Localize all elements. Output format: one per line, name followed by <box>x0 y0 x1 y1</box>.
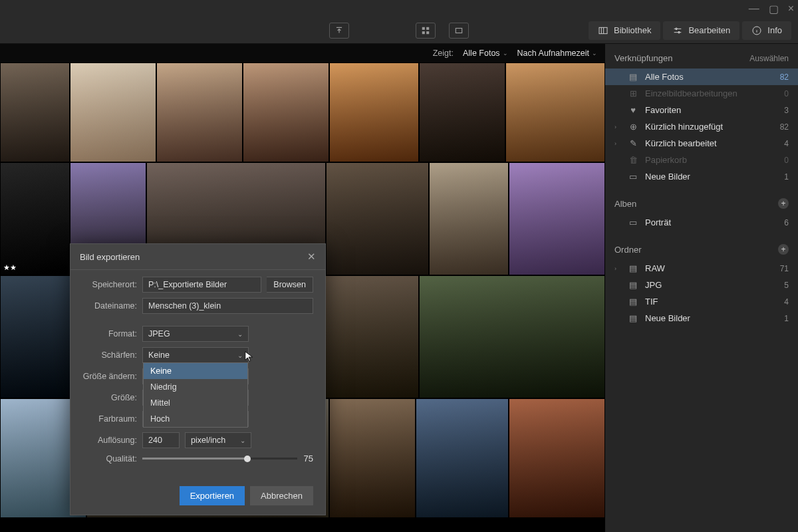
sidebar-item[interactable]: ▤Alle Fotos82 <box>605 68 798 85</box>
svg-rect-2 <box>422 31 425 34</box>
item-count: 1 <box>784 314 789 323</box>
thumbnail[interactable] <box>509 398 605 518</box>
thumbnail[interactable] <box>509 162 605 275</box>
item-icon: ✎ <box>628 138 638 148</box>
location-input[interactable] <box>142 277 261 293</box>
sharpen-option[interactable]: Niedrig <box>144 379 247 395</box>
thumbnail[interactable] <box>326 162 429 275</box>
item-icon: ♥ <box>628 105 638 115</box>
sidebar-item[interactable]: ›▤RAW71 <box>605 260 798 277</box>
sort-dropdown[interactable]: Nach Aufnahmezeit⌄ <box>517 49 597 58</box>
item-label: TIF <box>645 297 777 307</box>
item-label: Favoriten <box>645 105 777 115</box>
format-select[interactable]: JPEG ⌄ <box>142 326 249 342</box>
folders-section-title: Ordner <box>614 245 641 255</box>
thumbnail[interactable] <box>416 398 509 518</box>
links-section-title: Verknüpfungen <box>614 53 672 63</box>
tab-library[interactable]: Bibliothek <box>589 21 660 40</box>
item-count: 82 <box>780 72 789 82</box>
svg-rect-5 <box>599 27 607 33</box>
thumbnail[interactable] <box>243 63 329 162</box>
maximize-button[interactable]: ▢ <box>769 3 779 15</box>
tab-info[interactable]: Info <box>742 21 791 40</box>
grid-view-icon[interactable] <box>416 23 436 39</box>
cancel-button[interactable]: Abbrechen <box>250 486 313 505</box>
chevron-down-icon: ⌄ <box>240 437 245 444</box>
shows-dropdown[interactable]: Alle Fotos⌄ <box>463 49 508 58</box>
links-select-action[interactable]: Auswählen <box>749 54 789 63</box>
tab-edit[interactable]: Bearbeiten <box>663 21 739 40</box>
sidebar-item[interactable]: ⊞Einzelbildbearbeitungen0 <box>605 85 798 102</box>
item-label: JPG <box>645 280 777 290</box>
chevron-down-icon: ⌄ <box>592 50 597 57</box>
add-album-button[interactable]: + <box>778 198 789 209</box>
sharpen-value: Keine <box>148 350 170 360</box>
sharpen-select[interactable]: Keine ⌄ Keine Niedrig Mittel Hoch <box>142 347 249 363</box>
tab-info-label: Info <box>767 25 782 35</box>
chevron-down-icon: ⌄ <box>237 352 243 359</box>
export-dialog: Bild exportieren ✕ Speicherort: Browsen … <box>70 243 326 515</box>
item-label: Einzelbildbearbeitungen <box>645 88 777 98</box>
item-label: Kürzlich hinzugefügt <box>645 122 773 132</box>
filename-input[interactable] <box>142 298 313 314</box>
right-sidebar: Verknüpfungen Auswählen ▤Alle Fotos82⊞Ei… <box>605 44 798 532</box>
size-label: Größe: <box>82 393 137 402</box>
library-icon <box>598 25 608 36</box>
item-icon: 🗑 <box>628 155 638 165</box>
item-count: 3 <box>784 106 789 115</box>
colorspace-label: Farbraum: <box>82 414 137 424</box>
sidebar-item[interactable]: ›✎Kürzlich bearbeitet4 <box>605 135 798 152</box>
main-toolbar: Bibliothek Bearbeiten Info <box>0 17 798 44</box>
sidebar-item[interactable]: 🗑Papierkorb0 <box>605 152 798 168</box>
item-icon: ▤ <box>628 72 638 82</box>
item-icon: ▤ <box>628 313 638 323</box>
thumbnail[interactable] <box>70 63 156 162</box>
expand-icon: › <box>614 140 621 147</box>
resolution-input[interactable] <box>142 432 180 448</box>
close-button[interactable]: × <box>788 3 794 15</box>
item-count: 4 <box>784 139 789 148</box>
thumbnail[interactable]: ★★ <box>0 162 70 275</box>
shows-label: Zeigt: <box>433 49 454 58</box>
filter-bar: Zeigt: Alle Fotos⌄ Nach Aufnahmezeit⌄ <box>0 44 605 63</box>
item-count: 82 <box>780 122 789 132</box>
dialog-close-button[interactable]: ✕ <box>307 251 316 263</box>
resolution-unit-select[interactable]: pixel/inch ⌄ <box>185 432 251 448</box>
thumbnail[interactable] <box>0 63 70 162</box>
sharpen-option[interactable]: Hoch <box>144 411 247 427</box>
sidebar-item[interactable]: ▤TIF4 <box>605 293 798 310</box>
thumbnail[interactable] <box>329 398 416 518</box>
sidebar-item[interactable]: ▭Neue Bilder1 <box>605 168 798 185</box>
sharpen-option[interactable]: Mittel <box>144 395 247 411</box>
add-folder-button[interactable]: + <box>778 244 789 255</box>
resize-label: Größe ändern: <box>82 372 137 381</box>
dialog-title: Bild exportieren <box>80 252 140 262</box>
thumbnail[interactable] <box>419 275 605 398</box>
sidebar-item[interactable]: ▤Neue Bilder1 <box>605 310 798 327</box>
browse-button[interactable]: Browsen <box>267 277 313 293</box>
minimize-button[interactable]: — <box>749 3 759 15</box>
sidebar-item[interactable]: ▤JPG5 <box>605 277 798 293</box>
sidebar-item[interactable]: ›⊕Kürzlich hinzugefügt82 <box>605 118 798 135</box>
thumbnail[interactable] <box>419 63 505 162</box>
tab-edit-label: Bearbeiten <box>688 25 730 35</box>
filename-label: Dateiname: <box>82 301 137 311</box>
tab-library-label: Bibliothek <box>614 25 651 35</box>
thumbnail[interactable] <box>429 162 509 275</box>
export-button[interactable]: Exportieren <box>180 486 245 505</box>
svg-rect-0 <box>422 27 425 29</box>
thumbnail[interactable] <box>329 63 419 162</box>
thumbnail[interactable] <box>505 63 605 162</box>
thumbnail[interactable] <box>156 63 243 162</box>
share-icon[interactable] <box>329 23 349 39</box>
toolbar-center-icons <box>329 23 469 39</box>
chevron-down-icon: ⌄ <box>503 50 508 57</box>
sidebar-item[interactable]: ♥Favoriten3 <box>605 102 798 118</box>
sidebar-item[interactable]: ▭Porträt6 <box>605 214 798 231</box>
item-label: Neue Bilder <box>645 172 777 182</box>
item-icon: ▭ <box>628 217 638 227</box>
quality-slider[interactable] <box>142 458 297 460</box>
sharpen-option[interactable]: Keine <box>144 363 247 379</box>
item-icon: ▤ <box>628 297 638 307</box>
single-view-icon[interactable] <box>449 23 469 39</box>
